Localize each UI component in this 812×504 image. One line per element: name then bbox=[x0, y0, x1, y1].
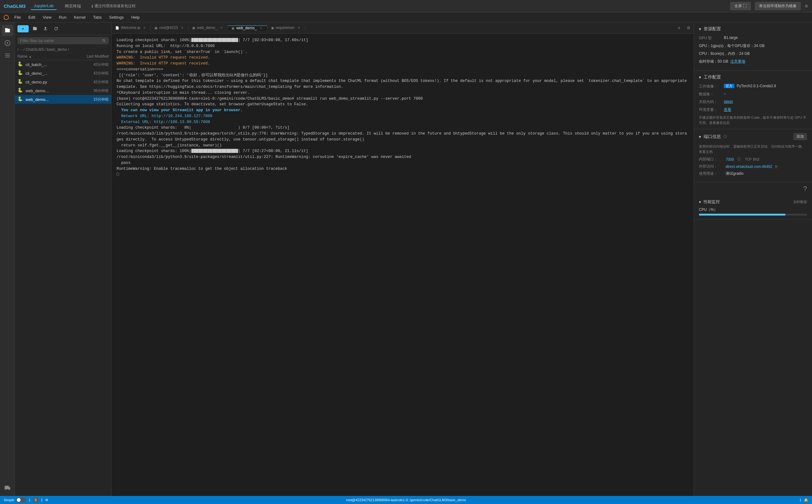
breadcrumb-sep: ··· bbox=[19, 47, 22, 52]
port-external-label: 外部访问： bbox=[699, 164, 724, 169]
tab-web-terminal[interactable]: 网页终端 bbox=[62, 2, 84, 10]
tab-item[interactable]: ▣ web_demo_ ✕ bbox=[228, 26, 267, 31]
upload-btn[interactable] bbox=[41, 24, 50, 33]
port-hint: 使用外部访问地址时，需确保程序已正常启动、访问协议与程序一致。查看文档 bbox=[699, 144, 807, 154]
terminal-line: Collecting usage statistics. To deactiva… bbox=[117, 102, 689, 107]
tab-icon: ▣ bbox=[271, 26, 274, 30]
terminal-line: To create a public link, set `share=True… bbox=[117, 49, 689, 55]
tab-jupyterlab[interactable]: JupyterLab bbox=[31, 2, 57, 10]
upload-folder-btn[interactable] bbox=[31, 24, 39, 33]
simple-toggle[interactable] bbox=[16, 497, 26, 502]
section-work-header[interactable]: ▾ 工作配置 bbox=[699, 74, 807, 80]
terminal-line: Loading checkpoint shards: 100%|████████… bbox=[117, 148, 689, 154]
proxy-link[interactable]: ℹ 通过代理添加速装包过程 bbox=[92, 3, 136, 9]
menu-help[interactable]: Help bbox=[128, 14, 143, 21]
new-tab-btn[interactable]: + bbox=[675, 25, 684, 31]
menu-edit[interactable]: Edit bbox=[25, 14, 38, 21]
menu-file[interactable]: File bbox=[11, 14, 24, 21]
terminal-line: You can now view your Streamlit app in y… bbox=[117, 107, 689, 113]
terminal-line: ^CKeyboard interruption in main thread..… bbox=[117, 90, 689, 96]
port-doc-link[interactable]: 查看文档 bbox=[699, 150, 713, 154]
status-bar: Simple 1 S 1 ⚙ root@422342762138968064-t… bbox=[0, 496, 812, 504]
storage-notice-link[interactable]: 注意事项 bbox=[730, 59, 745, 64]
tab-close-btn[interactable]: ✕ bbox=[142, 26, 147, 30]
breadcrumb-root[interactable]: / bbox=[17, 47, 18, 52]
section-work: ▾ 工作配置 工作镜像： 官方 PyTorch2.0.1-Conda3.9 数据… bbox=[694, 71, 812, 129]
col-name-header[interactable]: Name ▲ bbox=[17, 54, 74, 59]
port-info-icon: ⓘ bbox=[724, 134, 727, 139]
sidebar-icon-files[interactable] bbox=[2, 25, 13, 36]
sidebar-icon-extensions[interactable] bbox=[2, 482, 13, 493]
status-center: root@422342762138968064-taskrole1-0: /ge… bbox=[346, 498, 466, 502]
code-value: latest bbox=[724, 99, 807, 104]
code-label: 关联代码： bbox=[699, 99, 724, 105]
cpu-bar-bg bbox=[699, 214, 807, 216]
jupyter-icon[interactable] bbox=[2, 14, 10, 21]
compat-link[interactable]: 查看兼容信息 bbox=[709, 121, 730, 125]
terminal-area[interactable]: Loading checkpoint shards: 100%|████████… bbox=[112, 34, 694, 496]
copy-icon[interactable]: ⎘ bbox=[775, 164, 777, 169]
tab-close-btn[interactable]: ✕ bbox=[180, 26, 184, 30]
simple-label: Simple bbox=[4, 498, 14, 502]
section-resource-header[interactable]: ▾ 资源配置 bbox=[699, 26, 807, 32]
tab-close-btn[interactable]: ✕ bbox=[219, 26, 224, 30]
tab-close-btn[interactable]: ✕ bbox=[259, 26, 263, 31]
right-panel: ▾ 资源配置 GPU 型 B1.large GPU：1gpu(s)，每个GPU显… bbox=[694, 22, 812, 496]
add-port-btn[interactable]: 添加 bbox=[793, 133, 807, 140]
status-count-1: 1 bbox=[29, 498, 31, 502]
tab-label: requiremen bbox=[276, 26, 295, 30]
settings-icon[interactable]: ⚙ bbox=[805, 4, 808, 8]
menu-view[interactable]: View bbox=[40, 14, 55, 21]
sidebar-icon-commands[interactable] bbox=[2, 50, 13, 61]
tab-item[interactable]: ▣ web_demo_ ✕ bbox=[189, 26, 228, 30]
file-name: cli_demo_... bbox=[26, 71, 74, 76]
tab-item[interactable]: 📄 Welcome.ip ✕ bbox=[112, 26, 151, 30]
tab-item[interactable]: ▣ root@4223 ✕ bbox=[151, 26, 189, 30]
storage-row: 临时存储：50 GB 注意事项 bbox=[699, 59, 807, 64]
menu-settings[interactable]: Settings bbox=[106, 14, 127, 21]
tab-bar: 📄 Welcome.ip ✕ ▣ root@4223 ✕ ▣ web_demo_… bbox=[112, 22, 694, 34]
port-external-value: direct.virtaicloud.com:46492 bbox=[726, 164, 772, 169]
section-port-header[interactable]: ▾ 端口信息 ⓘ 添加 bbox=[699, 133, 807, 140]
file-row[interactable]: 🐍 web_demo... 36分钟前 bbox=[15, 86, 111, 95]
dataset-row: 数据集： – bbox=[699, 92, 807, 97]
snapshot-button[interactable]: 将当前环境制作为镜像 bbox=[755, 2, 801, 10]
chevron-down-icon: ▾ bbox=[699, 26, 701, 31]
search-icon bbox=[102, 39, 106, 43]
file-row[interactable]: 🐍 web_demo... 15分钟前 bbox=[15, 95, 111, 104]
terminal-line: Running on local URL: http://0.0.0.0:700… bbox=[117, 43, 689, 49]
fullscreen-button[interactable]: 全屏 ⛶ bbox=[730, 2, 751, 10]
code-link[interactable]: latest bbox=[724, 99, 733, 104]
tab-settings-btn[interactable]: ⚙ bbox=[684, 26, 694, 30]
env-link[interactable]: 查看 bbox=[724, 107, 731, 112]
sidebar-icon-running[interactable] bbox=[2, 37, 13, 49]
status-count-2: 1 bbox=[41, 498, 43, 502]
terminal-line: WARNING: Invalid HTTP request received. bbox=[117, 55, 689, 61]
file-row[interactable]: 🐍 cli_demo_... 42分钟前 bbox=[15, 69, 111, 78]
help-icon[interactable]: ? bbox=[803, 185, 807, 193]
info-icon: ℹ bbox=[92, 4, 93, 8]
filter-input[interactable] bbox=[20, 38, 100, 43]
file-row[interactable]: 🐍 cli_batch_... 42分钟前 bbox=[15, 60, 111, 69]
menu-tabs[interactable]: Tabs bbox=[90, 14, 105, 21]
col-modified-header[interactable]: Last Modified bbox=[74, 54, 109, 59]
settings-status-icon[interactable]: ⚙ bbox=[45, 498, 48, 502]
toggle-wrap: Simple bbox=[4, 497, 26, 502]
file-row[interactable]: 🐍 cli_demo.py 42分钟前 bbox=[15, 78, 111, 86]
tab-icon: ▣ bbox=[232, 26, 234, 30]
work-image-value: 官方 PyTorch2.0.1-Conda3.9 bbox=[724, 84, 807, 88]
menu-kernel[interactable]: Kernel bbox=[71, 14, 89, 21]
section-port-title: 端口信息 bbox=[704, 134, 721, 140]
new-button[interactable]: + bbox=[17, 25, 29, 32]
help-row: ? bbox=[694, 182, 812, 195]
terminal-line: (base) root@422342762138968064-taskrole1… bbox=[117, 96, 689, 102]
section-resource: ▾ 资源配置 GPU 型 B1.large GPU：1gpu(s)，每个GPU显… bbox=[694, 22, 812, 71]
menu-run[interactable]: Run bbox=[56, 14, 69, 21]
tab-close-btn[interactable]: ✕ bbox=[297, 26, 301, 30]
bell-icon[interactable]: 🔔 bbox=[804, 498, 808, 502]
terminal-line: /root/miniconda3/lib/python3.9/site-pack… bbox=[117, 154, 689, 160]
refresh-btn[interactable] bbox=[52, 24, 60, 33]
top-bar: ChaGLM3 JupyterLab 网页终端 ℹ 通过代理添加速装包过程 全屏… bbox=[0, 0, 812, 12]
tab-item[interactable]: ▣ requiremen ✕ bbox=[267, 26, 305, 30]
work-image-label: 工作镜像： bbox=[699, 84, 724, 89]
